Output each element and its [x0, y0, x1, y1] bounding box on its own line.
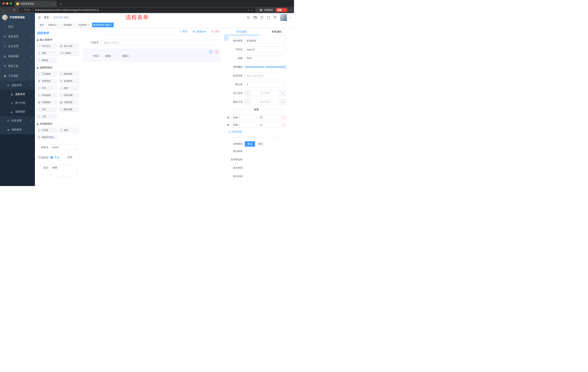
status-radio-off[interactable]: 关闭	[63, 156, 72, 159]
forward-button[interactable]: →	[7, 8, 12, 12]
palette-item-row-container[interactable]: ◫ 行容器	[37, 128, 57, 133]
option-drag-icon[interactable]	[227, 116, 230, 119]
palette-item-checkbox-group[interactable]: ☑ 多选框组	[59, 78, 79, 84]
browser-tab[interactable]: 芋道管理系统	[15, 1, 57, 7]
option-label-input[interactable]	[231, 115, 257, 120]
label-width-input[interactable]	[245, 73, 286, 79]
palette-item-date-range[interactable]: ▩ 日期范围	[59, 100, 79, 105]
save-button[interactable]: 保存	[179, 30, 188, 33]
zoom-window-button[interactable]	[10, 2, 12, 5]
bookmark-star-icon[interactable]	[251, 9, 254, 11]
browser-menu-icon[interactable]	[283, 9, 286, 11]
gender-field[interactable]: 性别 选项一 选项二	[83, 54, 218, 58]
palette-item-color-picker[interactable]: ◑ 颜色选择	[59, 107, 79, 112]
sidebar-item-leave-query[interactable]: ☻ 请假查询	[0, 125, 35, 134]
form-remark-input[interactable]: 嘿嘿	[50, 165, 77, 176]
close-window-button[interactable]	[2, 2, 5, 5]
increase-button[interactable]: +	[280, 99, 285, 105]
palette-item-dropdown[interactable]: ◒ 下拉选择	[37, 71, 57, 77]
palette-item-time-range[interactable]: ◔ 时间范围	[59, 93, 79, 98]
view-json-button[interactable]: 查看json	[192, 30, 206, 33]
checkbox-option-1[interactable]: 选项一	[101, 54, 113, 58]
delete-component-button[interactable]	[215, 50, 219, 54]
link-button[interactable]	[224, 36, 228, 40]
selected-component[interactable]: 性别 选项一 选项二	[83, 49, 221, 62]
github-icon[interactable]	[253, 15, 257, 20]
sidebar-item-payment[interactable]: ¥ 支付管理	[0, 42, 35, 51]
form-canvas[interactable]: 手机号	[81, 35, 224, 186]
option-drag-icon[interactable]	[227, 124, 230, 126]
palette-item-button[interactable]: ⊡ 按钮	[59, 128, 79, 133]
help-icon[interactable]	[260, 15, 264, 20]
sidebar-item-infrastructure[interactable]: ▤ 基础设施	[0, 51, 35, 61]
phone-field[interactable]: 手机号	[83, 40, 221, 46]
option-value-input[interactable]	[258, 122, 281, 128]
breadcrumb-home[interactable]: 首页	[44, 16, 49, 19]
collapse-menu-icon[interactable]	[38, 16, 41, 19]
sidebar-item-task-management[interactable]: ⊟ 任务管理	[0, 116, 35, 125]
option-style-default-button[interactable]: 默认	[245, 141, 255, 147]
url-bar[interactable]: ⚠ 不安全 dashboard.yudao.iocoder.cn/bpm/man…	[19, 8, 256, 12]
palette-item-cascader[interactable]: ⋔ 级联选择	[59, 71, 79, 77]
avatar[interactable]	[280, 14, 287, 21]
add-option-button[interactable]: 添加选项	[228, 130, 286, 133]
toolbar-chevron-icon[interactable]	[290, 9, 292, 11]
update-button[interactable]: 更新	[275, 8, 288, 12]
tag-process-model[interactable]: 流程模型	[62, 22, 76, 27]
field-name-input[interactable]	[245, 47, 286, 53]
sidebar-item-system[interactable]: ⚙ 系统管理	[0, 32, 35, 42]
palette-item-counter[interactable]: 123 计数器	[59, 50, 79, 56]
copy-component-button[interactable]	[209, 50, 213, 54]
tag-close-icon[interactable]	[88, 24, 90, 26]
sidebar-item-home[interactable]: ⌂ 首页	[0, 22, 35, 32]
minimize-window-button[interactable]	[6, 2, 8, 5]
slider-handle[interactable]	[283, 65, 286, 68]
component-type-select[interactable]: 多选框组	[245, 38, 286, 44]
option-value-input[interactable]	[258, 115, 281, 120]
new-tab-button[interactable]	[59, 1, 63, 6]
slider-rail[interactable]	[245, 67, 286, 67]
fullscreen-icon[interactable]	[266, 15, 271, 20]
tab-close-icon[interactable]	[53, 2, 55, 5]
max-select-value[interactable]: 最多可选	[251, 99, 280, 105]
reload-button[interactable]: ↻	[12, 8, 17, 12]
option-style-button-button[interactable]: 按钮	[255, 141, 266, 147]
back-button[interactable]: ←	[2, 8, 7, 12]
increase-button[interactable]: +	[280, 90, 285, 96]
palette-item-time-picker[interactable]: ◷ 时间选择	[37, 93, 57, 98]
tab-form-props[interactable]: 表单属性	[259, 28, 294, 35]
palette-item-switch[interactable]: ⊶ 开关	[37, 85, 57, 91]
phone-input[interactable]	[101, 40, 221, 46]
default-value-input[interactable]	[245, 82, 286, 87]
tag-close-icon[interactable]	[73, 24, 74, 26]
palette-item-table[interactable]: ⊞ 表格[开发中]	[37, 135, 57, 140]
decrease-button[interactable]: −	[245, 90, 251, 96]
sidebar-item-devtools[interactable]: ⚒ 研发工具	[0, 61, 35, 71]
tab-component-props[interactable]: 组件属性	[224, 28, 259, 35]
palette-item-password[interactable]: ⊛ 密码	[37, 50, 57, 56]
option-label-input[interactable]	[231, 122, 257, 128]
tag-close-icon[interactable]	[58, 24, 59, 26]
palette-item-multi-line-text[interactable]: ▤ 多行文本	[59, 43, 79, 49]
form-name-input[interactable]	[50, 144, 77, 150]
remove-option-button[interactable]	[282, 123, 286, 127]
title-input[interactable]	[245, 55, 286, 61]
palette-item-slider[interactable]: ⊸ 滑块	[59, 85, 79, 91]
sidebar-item-process-model[interactable]: ◭ 流程模型	[0, 107, 35, 116]
remove-option-button[interactable]	[282, 116, 286, 119]
password-key-icon[interactable]	[248, 9, 250, 11]
tag-home[interactable]: 首页	[38, 22, 45, 27]
search-icon[interactable]	[246, 15, 250, 20]
tag-process-form[interactable]: 流程表单	[77, 22, 91, 27]
palette-item-rate[interactable]: ☆ 评分	[37, 107, 57, 112]
status-radio-on[interactable]: 开启	[50, 156, 59, 159]
palette-item-upload[interactable]: ↥ 上传	[37, 114, 57, 119]
clear-button[interactable]: 清空	[211, 30, 220, 33]
decrease-button[interactable]: −	[245, 99, 251, 105]
checkbox-option-2[interactable]: 选项二	[118, 54, 130, 58]
palette-item-editor[interactable]: ✎ 编辑器	[37, 57, 57, 63]
font-size-icon[interactable]	[273, 15, 277, 20]
min-select-value[interactable]: 至少应选	[251, 90, 280, 96]
sidebar-item-process-form[interactable]: ▤ 流程表单	[0, 90, 35, 99]
sidebar-item-user-group[interactable]: ◎ 用户分组	[0, 99, 35, 107]
